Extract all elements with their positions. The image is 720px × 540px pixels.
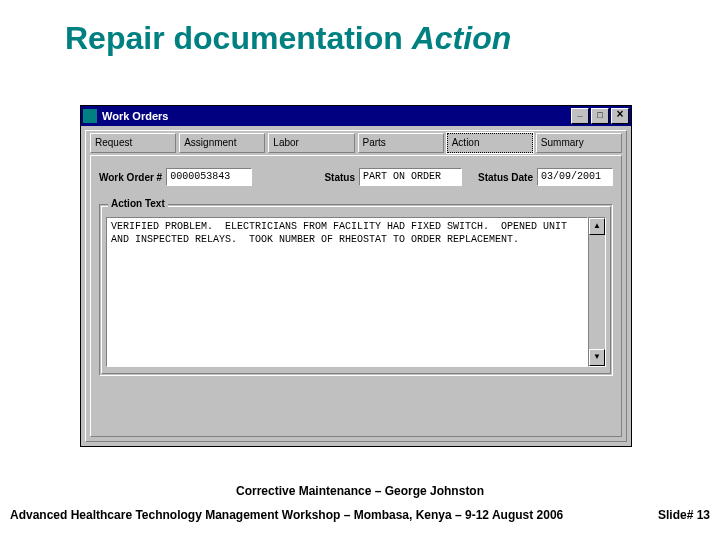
- footer-workshop: Advanced Healthcare Technology Managemen…: [10, 508, 563, 522]
- tab-assignment[interactable]: Assignment: [179, 133, 265, 153]
- fields-row: Work Order # 0000053843 Status PART ON O…: [91, 156, 621, 186]
- tab-request[interactable]: Request: [90, 133, 176, 153]
- tab-parts[interactable]: Parts: [358, 133, 444, 153]
- status-date-label: Status Date: [478, 172, 533, 183]
- tab-labor[interactable]: Labor: [268, 133, 354, 153]
- status-field[interactable]: PART ON ORDER: [359, 168, 462, 186]
- footer: Advanced Healthcare Technology Managemen…: [10, 508, 710, 522]
- tab-row: Request Assignment Labor Parts Action Su…: [90, 133, 622, 153]
- title-text: Repair documentation: [65, 20, 412, 56]
- slide: Repair documentation Action Work Orders …: [0, 0, 720, 540]
- app-icon: [83, 109, 97, 123]
- window-title: Work Orders: [102, 110, 168, 122]
- maximize-button[interactable]: [591, 108, 609, 124]
- tab-content-action: Work Order # 0000053843 Status PART ON O…: [90, 155, 622, 437]
- footer-subtitle: Corrective Maintenance – George Johnston: [0, 484, 720, 498]
- titlebar[interactable]: Work Orders: [81, 106, 631, 126]
- action-textarea[interactable]: VERIFIED PROBLEM. ELECTRICIANS FROM FACI…: [106, 217, 588, 367]
- close-button[interactable]: [611, 108, 629, 124]
- work-order-label: Work Order #: [99, 172, 162, 183]
- window-body: Request Assignment Labor Parts Action Su…: [85, 130, 627, 442]
- work-orders-window: Work Orders Request Assignment Labor Par…: [80, 105, 632, 447]
- tab-summary[interactable]: Summary: [536, 133, 622, 153]
- slide-title: Repair documentation Action: [65, 20, 680, 57]
- status-date-field[interactable]: 03/09/2001: [537, 168, 613, 186]
- work-order-field[interactable]: 0000053843: [166, 168, 252, 186]
- action-text-label: Action Text: [108, 198, 168, 209]
- status-label: Status: [324, 172, 355, 183]
- title-italic: Action: [412, 20, 512, 56]
- scroll-up-icon[interactable]: ▲: [589, 218, 605, 235]
- action-textarea-wrap: VERIFIED PROBLEM. ELECTRICIANS FROM FACI…: [106, 217, 606, 367]
- slide-number: Slide# 13: [658, 508, 710, 522]
- action-scrollbar[interactable]: ▲ ▼: [588, 217, 606, 367]
- window-controls: [571, 108, 629, 124]
- tab-action[interactable]: Action: [447, 133, 533, 153]
- minimize-button[interactable]: [571, 108, 589, 124]
- scroll-down-icon[interactable]: ▼: [589, 349, 605, 366]
- action-text-group: Action Text VERIFIED PROBLEM. ELECTRICIA…: [99, 204, 613, 376]
